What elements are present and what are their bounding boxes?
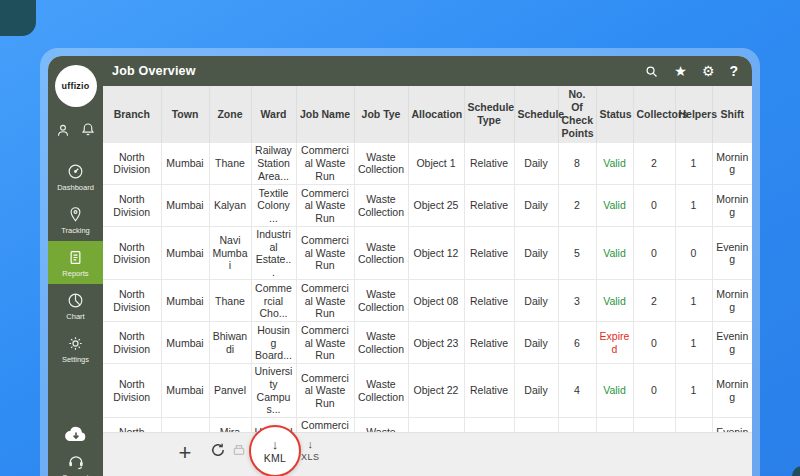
table-cell: Object 12 bbox=[408, 227, 464, 280]
table-cell: Commercial Waste Run bbox=[296, 364, 354, 417]
table-cell: University Campus... bbox=[251, 364, 296, 417]
column-header[interactable]: Zone bbox=[209, 86, 251, 143]
table-cell: North Division bbox=[103, 322, 161, 364]
table-cell: Object 22 bbox=[408, 364, 464, 417]
table-cell: Commercial Waste Run bbox=[296, 322, 354, 364]
table-cell: Commercial Waste Run bbox=[296, 227, 354, 280]
table-cell: Mira Road bbox=[209, 417, 251, 432]
sidebar-item-reports[interactable]: Reports bbox=[48, 241, 103, 284]
column-header[interactable]: Status bbox=[596, 86, 633, 143]
status-cell: Valid bbox=[596, 364, 633, 417]
column-header[interactable]: Job Tye bbox=[354, 86, 408, 143]
table-cell: Kalyan bbox=[209, 185, 251, 227]
table-cell: North Division bbox=[103, 185, 161, 227]
bottom-toolbar: + ↓ XLS ↓ KML bbox=[103, 432, 752, 476]
table-cell: Bhiwandi bbox=[209, 322, 251, 364]
table-cell: Daily bbox=[514, 280, 558, 322]
sidebar: uffizio bbox=[48, 56, 103, 476]
table-row[interactable]: North DivisionMumbaiThaneRailway Station… bbox=[103, 143, 752, 185]
table-cell: 3 bbox=[558, 280, 596, 322]
status-cell: Valid bbox=[596, 227, 633, 280]
column-header[interactable]: Branch bbox=[103, 86, 161, 143]
user-icon[interactable] bbox=[54, 121, 72, 139]
export-xls-label: XLS bbox=[301, 452, 320, 462]
reports-icon bbox=[66, 248, 85, 267]
table-cell: Waste Collection bbox=[354, 143, 408, 185]
refresh-button[interactable] bbox=[209, 441, 227, 459]
export-pdf-icon[interactable] bbox=[231, 443, 247, 459]
favorite-star-icon[interactable]: ★ bbox=[674, 64, 687, 78]
table-row[interactable]: North DivisionMumbaiPanvelUniversity Cam… bbox=[103, 364, 752, 417]
header-bar: Job Overview ★ ⚙ ? bbox=[103, 56, 752, 86]
column-header[interactable]: Helpers bbox=[675, 86, 712, 143]
table-cell: Object 25 bbox=[408, 185, 464, 227]
table-cell: 0 bbox=[675, 227, 712, 280]
sidebar-item-chart[interactable]: Chart bbox=[48, 284, 103, 327]
table-row[interactable]: North DivisionMumbaiNavi MumbaiIndustria… bbox=[103, 227, 752, 280]
table-row[interactable]: North DivisionMumbaiMira RoadHospital Zo… bbox=[103, 417, 752, 432]
status-cell: Valid bbox=[596, 143, 633, 185]
table-cell: North Division bbox=[103, 364, 161, 417]
table-cell: Mumbai bbox=[161, 227, 209, 280]
table-cell: Evening bbox=[712, 417, 752, 432]
column-header[interactable]: Shift bbox=[712, 86, 752, 143]
chart-pie-icon bbox=[66, 291, 85, 310]
sidebar-item-support[interactable]: Support bbox=[48, 451, 103, 476]
table-cell: North Division bbox=[103, 227, 161, 280]
help-icon[interactable]: ? bbox=[729, 63, 738, 79]
sidebar-item-tracking[interactable]: Tracking bbox=[48, 198, 103, 241]
table-cell: Morning bbox=[712, 364, 752, 417]
table-cell: North Division bbox=[103, 280, 161, 322]
column-header[interactable]: Job Name bbox=[296, 86, 354, 143]
download-arrow-icon: ↓ bbox=[308, 439, 314, 450]
table-cell: Daily bbox=[514, 417, 558, 432]
add-button[interactable]: + bbox=[171, 439, 199, 467]
header-actions: ★ ⚙ ? bbox=[644, 63, 738, 79]
column-header[interactable]: Schedule bbox=[514, 86, 558, 143]
sidebar-item-dashboard[interactable]: Dashboard bbox=[48, 155, 103, 198]
download-arrow-icon: ↓ bbox=[272, 438, 279, 451]
column-header[interactable]: Town bbox=[161, 86, 209, 143]
table-cell: Waste Collection bbox=[354, 280, 408, 322]
export-xls-button[interactable]: ↓ XLS bbox=[301, 439, 320, 462]
column-header[interactable]: Schedule Type bbox=[464, 86, 514, 143]
table-cell: Housing Board... bbox=[251, 322, 296, 364]
table-cell: Thane bbox=[209, 280, 251, 322]
table-cell: 1 bbox=[675, 280, 712, 322]
sidebar-top-icons bbox=[54, 121, 97, 139]
table-cell: Commercial Waste Run bbox=[296, 280, 354, 322]
bell-icon[interactable] bbox=[79, 121, 97, 139]
table-cell: Waste Collection bbox=[354, 227, 408, 280]
column-header[interactable]: Collectors bbox=[633, 86, 675, 143]
table-body: North DivisionMumbaiThaneRailway Station… bbox=[103, 143, 752, 433]
kml-download-button[interactable]: ↓ KML bbox=[249, 425, 301, 476]
table-row[interactable]: North DivisionMumbaiThaneCommercial Cho.… bbox=[103, 280, 752, 322]
table-cell: 0 bbox=[675, 417, 712, 432]
sidebar-item-label: Settings bbox=[62, 355, 89, 364]
sidebar-item-settings[interactable]: Settings bbox=[48, 327, 103, 370]
table-cell: 8 bbox=[558, 417, 596, 432]
table-header-row: Branch Town Zone Ward Job Name Job Tye A… bbox=[103, 86, 752, 143]
brand-logo[interactable]: uffizio bbox=[55, 65, 97, 107]
table-cell: 5 bbox=[558, 227, 596, 280]
jobs-table-container: Branch Town Zone Ward Job Name Job Tye A… bbox=[103, 86, 752, 432]
table-cell: Object 1 bbox=[408, 143, 464, 185]
gear-icon[interactable]: ⚙ bbox=[702, 64, 715, 78]
cloud-download-icon[interactable] bbox=[63, 423, 89, 445]
column-header[interactable]: Allocation bbox=[408, 86, 464, 143]
table-cell: North Division bbox=[103, 417, 161, 432]
table-cell: North Division bbox=[103, 143, 161, 185]
table-row[interactable]: North DivisionMumbaiKalyanTextile Colony… bbox=[103, 185, 752, 227]
column-header[interactable]: No. Of Check Points bbox=[558, 86, 596, 143]
support-headset-icon bbox=[66, 451, 86, 471]
table-cell: Evening bbox=[712, 227, 752, 280]
table-row[interactable]: North DivisionMumbaiBhiwandiHousing Boar… bbox=[103, 322, 752, 364]
table-cell: Commercial Waste Run bbox=[296, 143, 354, 185]
search-icon[interactable] bbox=[644, 64, 659, 79]
table-cell: Mumbai bbox=[161, 185, 209, 227]
table-cell: 1 bbox=[675, 185, 712, 227]
table-cell: 8 bbox=[558, 143, 596, 185]
table-cell: Relative bbox=[464, 143, 514, 185]
column-header[interactable]: Ward bbox=[251, 86, 296, 143]
corner-decor-top-left bbox=[0, 0, 36, 36]
